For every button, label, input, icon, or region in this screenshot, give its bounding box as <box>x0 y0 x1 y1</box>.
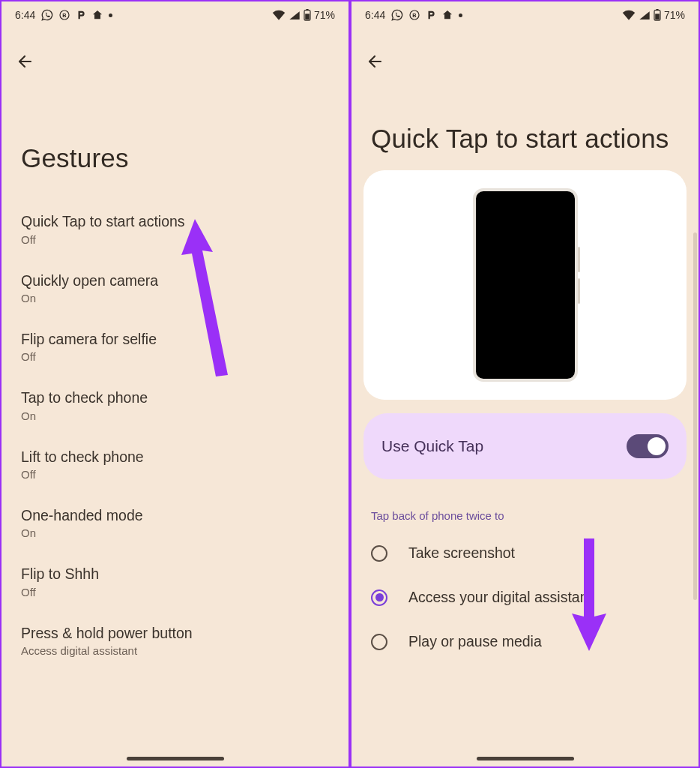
use-quick-tap-toggle[interactable]: Use Quick Tap <box>363 413 687 479</box>
radio-take-screenshot[interactable]: Take screenshot <box>371 531 679 575</box>
back-arrow-icon <box>366 52 384 70</box>
setting-title: One-handed mode <box>21 506 329 525</box>
whatsapp-icon <box>41 9 53 21</box>
setting-title: Quickly open camera <box>21 272 329 290</box>
setting-title: Tap to check phone <box>21 388 329 407</box>
setting-sub: On <box>21 292 329 304</box>
svg-rect-4 <box>306 9 308 10</box>
svg-text:B: B <box>63 12 67 19</box>
whatsapp-icon <box>391 9 403 21</box>
toggle-label: Use Quick Tap <box>381 437 483 455</box>
back-button[interactable] <box>9 45 42 78</box>
setting-title: Flip to Shhh <box>21 565 329 584</box>
status-bar: 6:44 B 71% <box>351 2 699 28</box>
setting-sub: Off <box>21 233 329 246</box>
wifi-icon <box>272 10 286 20</box>
dot-icon <box>459 14 462 17</box>
svg-rect-8 <box>655 14 660 20</box>
back-row <box>1 28 349 78</box>
radio-label: Play or pause media <box>408 633 542 650</box>
back-arrow-icon <box>16 52 34 70</box>
status-icons-left: B <box>391 9 462 21</box>
circle-b-icon: B <box>408 9 420 21</box>
status-bar: 6:44 B 71% <box>1 2 349 28</box>
battery-text: 71% <box>664 9 685 21</box>
switch-on-icon <box>627 434 669 458</box>
preview-card <box>363 170 687 400</box>
home-icon <box>441 9 453 21</box>
radio-list: Take screenshot Access your digital assi… <box>351 531 699 664</box>
radio-label: Take screenshot <box>408 544 515 562</box>
setting-one-handed[interactable]: One-handed mode On <box>21 494 329 553</box>
settings-list: Quick Tap to start actions Off Quickly o… <box>1 200 349 670</box>
setting-sub: Access digital assistant <box>21 644 329 657</box>
status-left: 6:44 B <box>365 9 462 21</box>
svg-rect-9 <box>656 9 658 10</box>
page-title: Gestures <box>1 78 349 200</box>
setting-tap-check[interactable]: Tap to check phone On <box>21 376 329 435</box>
radio-unchecked-icon <box>371 545 387 562</box>
back-row <box>351 28 699 78</box>
setting-flip-camera[interactable]: Flip camera for selfie Off <box>21 318 329 376</box>
signal-icon <box>289 10 301 20</box>
status-left: 6:44 B <box>15 9 112 21</box>
battery-text: 71% <box>314 9 335 21</box>
status-time: 6:44 <box>365 9 385 21</box>
setting-sub: Off <box>21 586 329 598</box>
page-title: Quick Tap to start actions <box>351 78 699 170</box>
radio-play-pause[interactable]: Play or pause media <box>371 620 679 664</box>
battery-icon <box>304 9 311 21</box>
setting-open-camera[interactable]: Quickly open camera On <box>21 260 329 318</box>
svg-rect-3 <box>305 14 310 20</box>
setting-title: Quick Tap to start actions <box>21 212 329 231</box>
circle-b-icon: B <box>58 9 70 21</box>
radio-unchecked-icon <box>371 634 387 650</box>
radio-checked-icon <box>371 590 387 606</box>
battery-icon <box>654 9 661 21</box>
setting-sub: Off <box>21 350 329 363</box>
setting-title: Lift to check phone <box>21 448 329 466</box>
radio-label: Access your digital assistant <box>408 589 592 606</box>
setting-flip-shhh[interactable]: Flip to Shhh Off <box>21 553 329 611</box>
status-icons-left: B <box>41 9 112 21</box>
signal-icon <box>639 10 651 20</box>
phone-illustration <box>473 188 578 382</box>
left-panel: 6:44 B 71% Gestures Quick Tap to start a… <box>0 0 350 768</box>
setting-lift-check[interactable]: Lift to check phone Off <box>21 436 329 494</box>
status-time: 6:44 <box>15 9 35 21</box>
setting-quick-tap[interactable]: Quick Tap to start actions Off <box>21 200 329 259</box>
svg-text:B: B <box>413 12 417 19</box>
home-icon <box>91 9 103 21</box>
back-button[interactable] <box>359 45 392 78</box>
setting-title: Flip camera for selfie <box>21 330 329 349</box>
scrollbar[interactable] <box>693 232 697 600</box>
setting-power-button[interactable]: Press & hold power button Access digital… <box>21 612 329 670</box>
setting-sub: On <box>21 526 329 539</box>
setting-title: Press & hold power button <box>21 624 329 643</box>
p-icon <box>426 9 436 21</box>
section-header: Tap back of phone twice to <box>351 479 699 531</box>
status-right: 71% <box>622 9 685 21</box>
nav-handle[interactable] <box>477 757 574 760</box>
nav-handle[interactable] <box>127 757 224 760</box>
p-icon <box>76 9 86 21</box>
wifi-icon <box>622 10 636 20</box>
setting-sub: On <box>21 410 329 422</box>
dot-icon <box>109 14 112 17</box>
status-right: 71% <box>272 9 335 21</box>
radio-digital-assistant[interactable]: Access your digital assistant <box>371 575 679 620</box>
right-panel: 6:44 B 71% Quick Tap to start actions Us… <box>350 0 700 768</box>
setting-sub: Off <box>21 468 329 481</box>
